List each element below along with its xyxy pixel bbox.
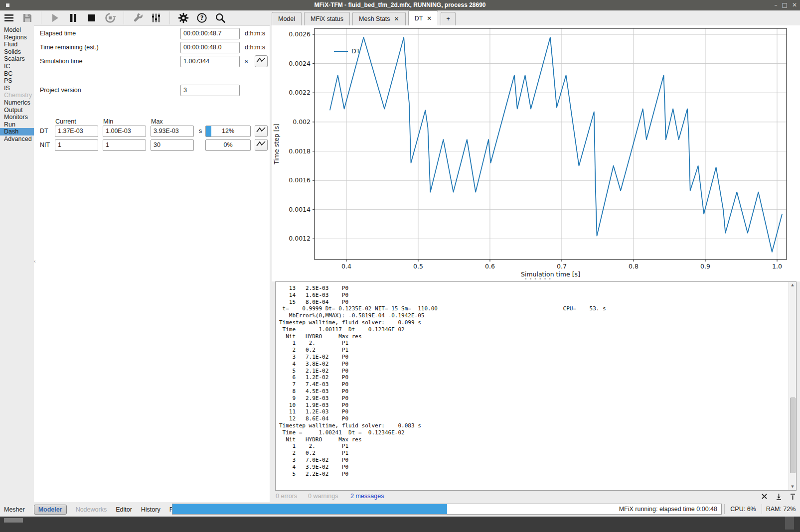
mode-editor[interactable]: Editor	[116, 506, 132, 513]
mfix-window: MFiX-TFM - fluid_bed_tfm_2d.mfx, RUNNING…	[0, 0, 800, 532]
close-icon[interactable]: ✕	[792, 0, 797, 10]
dt-progress-bar: 12%	[205, 126, 251, 137]
mode-modeler[interactable]: Modeler	[34, 505, 67, 515]
sidebar-item-dash[interactable]: Dash	[0, 128, 34, 135]
wrench-icon[interactable]	[132, 12, 144, 24]
sidebar-item-output[interactable]: Output	[0, 107, 34, 114]
legend-entry-dt: DT	[351, 47, 360, 55]
warnings-filter[interactable]: 0 warnings	[308, 491, 338, 502]
sidebar-item-ic[interactable]: IC	[0, 63, 34, 70]
play-icon[interactable]	[49, 12, 61, 24]
sparkline-icon	[256, 126, 267, 136]
time-remaining-est--input[interactable]: 00:00:00:48.0	[180, 42, 240, 53]
nit-min-input[interactable]: 1	[103, 139, 146, 151]
sidebar-item-ps[interactable]: PS	[0, 77, 34, 85]
elapsed-time-input[interactable]: 00:00:00:48.7	[180, 28, 240, 39]
sidebar-item-bc[interactable]: BC	[0, 70, 34, 78]
statusbar-separator	[724, 504, 725, 514]
svg-text:0.0014: 0.0014	[289, 206, 311, 213]
tab-label: Mesh Stats	[359, 12, 390, 25]
sidebar-nav: ModelRegionsFluidSolidsScalarsICBCPSISCh…	[0, 25, 34, 502]
reset-icon[interactable]	[104, 12, 116, 24]
tab-dt[interactable]: DT✕	[408, 10, 439, 25]
toolbar-separator	[124, 11, 124, 24]
field-label-project-version: Project version	[40, 85, 81, 96]
run-progress-bar: MFiX running: elapsed time 0:00:48	[172, 504, 722, 515]
sidebar-item-model[interactable]: Model	[0, 26, 34, 34]
tab-add-button[interactable]: +	[441, 12, 455, 25]
gear-icon[interactable]	[177, 12, 189, 24]
nit-current-input[interactable]: 1	[55, 139, 98, 151]
run-progress-fill	[172, 504, 447, 514]
svg-text:0.9: 0.9	[700, 263, 710, 270]
tab-close-icon[interactable]: ✕	[394, 12, 399, 25]
pause-icon[interactable]	[67, 12, 79, 24]
sidebar-item-fluid[interactable]: Fluid	[0, 41, 34, 48]
splitter-handle[interactable]: • • • • • •	[518, 277, 558, 281]
sidebar-item-is[interactable]: IS	[0, 85, 34, 92]
y-axis-label: Time step [s]	[273, 124, 280, 165]
dt-max-input[interactable]: 3.93E-03	[151, 126, 194, 137]
progress-value: 0%	[206, 140, 250, 150]
sidebar-item-solids[interactable]: Solids	[0, 48, 34, 56]
project-version-input[interactable]: 3	[180, 85, 240, 96]
sidebar-item-scalars[interactable]: Scalars	[0, 55, 34, 63]
window-title: MFiX-TFM - fluid_bed_tfm_2d.mfx, RUNNING…	[0, 0, 800, 10]
messages-filter[interactable]: 2 messages	[350, 491, 384, 502]
errors-filter[interactable]: 0 errors	[276, 491, 297, 502]
tab-mfix-status[interactable]: MFiX status	[304, 12, 350, 25]
svg-text:0.0026: 0.0026	[289, 30, 311, 38]
sidebar-item-chemistry: Chemistry	[0, 92, 34, 99]
scrollbar-thumb[interactable]	[790, 398, 796, 473]
minimize-icon[interactable]: –	[775, 0, 778, 10]
tab-label: Model	[278, 12, 295, 25]
row-label-nit: NIT	[40, 139, 50, 151]
scroll-down-icon[interactable]: ▼	[789, 484, 796, 490]
tab-close-icon[interactable]: ✕	[427, 12, 432, 25]
sidebar-item-regions[interactable]: Regions	[0, 34, 34, 41]
dt-min-input[interactable]: 1.00E-03	[103, 126, 146, 137]
tab-model[interactable]: Model	[272, 12, 302, 25]
sidebar-item-advanced[interactable]: Advanced	[0, 135, 34, 143]
tab-mesh-stats[interactable]: Mesh Stats✕	[352, 12, 406, 25]
field-label-simulation-time: Simulation time	[40, 56, 82, 67]
ram-usage: RAM: 72%	[763, 502, 799, 517]
field-label-elapsed-time: Elapsed time	[40, 28, 76, 39]
plot-nit-button[interactable]	[255, 139, 268, 151]
svg-text:0.0016: 0.0016	[289, 176, 311, 184]
help-icon[interactable]: ?	[196, 12, 208, 24]
scroll-up-icon[interactable]: ▲	[789, 282, 796, 288]
scroll-to-top-icon[interactable]	[789, 492, 797, 501]
message-bar: 0 errors 0 warnings 2 messages	[272, 491, 800, 502]
plot-simulation-time-button[interactable]	[255, 55, 268, 67]
sidebar-item-numerics[interactable]: Numerics	[0, 99, 34, 107]
unit-label: s	[199, 126, 202, 137]
svg-text:0.4: 0.4	[341, 263, 351, 270]
titlebar: MFiX-TFM - fluid_bed_tfm_2d.mfx, RUNNING…	[0, 0, 800, 10]
console-scrollbar[interactable]: ▲ ▼	[789, 282, 796, 490]
simulation-time-input[interactable]: 1.007344	[180, 56, 240, 67]
sidebar-item-monitors[interactable]: Monitors	[0, 114, 34, 121]
collapse-handle-icon[interactable]: ‹	[34, 258, 36, 264]
clear-console-icon[interactable]	[760, 492, 769, 501]
nit-max-input[interactable]: 30	[151, 139, 194, 151]
unit-label: d:h:m:s	[245, 42, 265, 53]
svg-text:0.002: 0.002	[293, 118, 311, 126]
sidebar-item-run[interactable]: Run	[0, 121, 34, 129]
save-icon[interactable]	[21, 12, 33, 24]
scroll-to-bottom-icon[interactable]	[775, 492, 783, 501]
stop-icon[interactable]	[86, 12, 98, 24]
run-status-text: MFiX running: elapsed time 0:00:48	[619, 504, 717, 514]
dt-chart-canvas: 0.40.50.60.70.80.91.00.00120.00140.00160…	[272, 25, 800, 281]
maximize-icon[interactable]: □	[782, 0, 788, 10]
mode-history[interactable]: History	[141, 506, 160, 513]
unit-label: s	[245, 56, 248, 67]
dt-current-input[interactable]: 1.37E-03	[55, 126, 98, 137]
svg-text:0.0022: 0.0022	[289, 89, 311, 96]
row-label-dt: DT	[40, 126, 48, 137]
sliders-icon[interactable]	[150, 12, 162, 24]
plot-dt-button[interactable]	[255, 125, 268, 137]
mode-mesher[interactable]: Mesher	[4, 506, 25, 513]
search-icon[interactable]	[214, 12, 226, 24]
menu-icon[interactable]	[3, 12, 15, 24]
